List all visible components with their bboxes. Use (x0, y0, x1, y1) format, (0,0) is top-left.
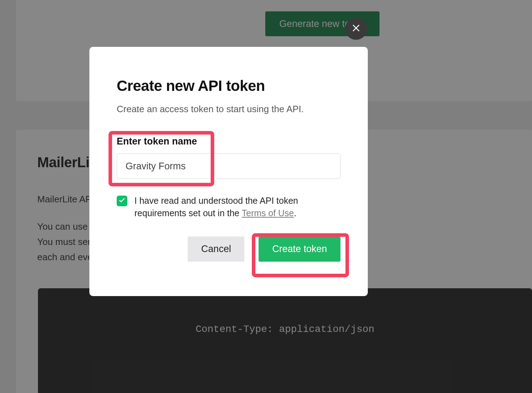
create-token-button[interactable]: Create token (259, 236, 340, 262)
token-name-label: Enter token name (117, 136, 340, 147)
close-button[interactable] (345, 18, 367, 40)
consent-row: I have read and understood the API token… (117, 195, 340, 219)
create-token-modal: Create new API token Create an access to… (89, 47, 368, 296)
close-icon (351, 23, 361, 34)
consent-text: I have read and understood the API token… (134, 195, 340, 219)
check-icon (119, 198, 125, 204)
modal-title: Create new API token (117, 77, 340, 94)
terms-of-use-link[interactable]: Terms of Use (242, 208, 294, 218)
modal-actions: Cancel Create token (117, 236, 340, 262)
cancel-button[interactable]: Cancel (188, 236, 244, 262)
modal-subtitle: Create an access token to start using th… (117, 104, 340, 115)
token-name-input[interactable] (117, 153, 340, 179)
consent-checkbox[interactable] (117, 196, 127, 206)
